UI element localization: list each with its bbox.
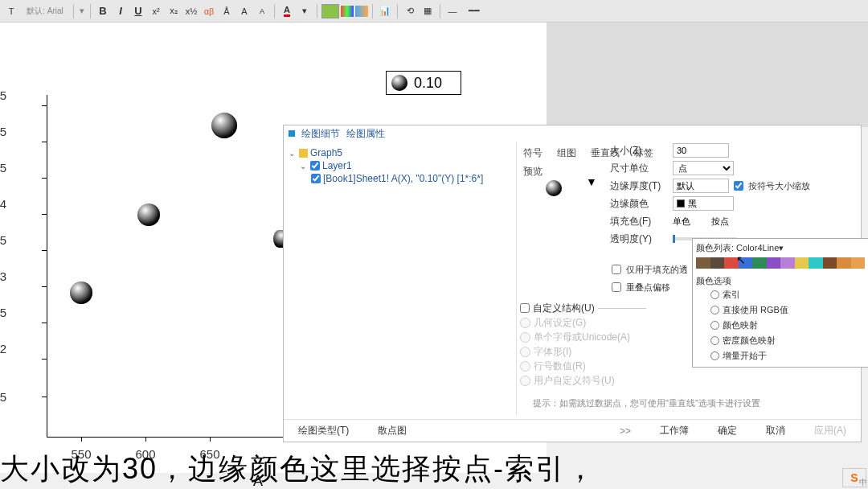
tree-graph-node[interactable]: ⌄ Graph5 xyxy=(289,146,511,159)
supsub-icon[interactable]: x½ xyxy=(183,3,199,19)
cancel-button[interactable]: 取消 xyxy=(766,424,785,438)
text-color-icon[interactable]: A xyxy=(279,3,295,19)
size-down-icon[interactable]: ▾ xyxy=(78,3,86,19)
color-palette[interactable] xyxy=(696,257,865,269)
size-unit-label: 尺寸单位 xyxy=(610,162,668,175)
palette-cell[interactable] xyxy=(767,257,781,269)
edge-thickness-input[interactable] xyxy=(673,179,729,193)
layer-tree[interactable]: ⌄ Graph5 ⌄ Layer1 [Book1]Sheet1! A(X), "… xyxy=(284,142,517,415)
scale-checkbox[interactable] xyxy=(734,181,743,191)
data-point[interactable] xyxy=(70,281,92,304)
color-picker-popup: 颜色列表: Color4Line▾ ↖ 颜色选项 xyxy=(692,238,868,368)
layer-icon[interactable]: ▦ xyxy=(420,3,436,19)
decrease-font-icon[interactable]: A xyxy=(254,3,270,19)
y-tick-label: 0.35 xyxy=(0,233,6,247)
index-radio[interactable] xyxy=(710,290,719,299)
custom-structure-checkbox[interactable] xyxy=(520,303,530,313)
collapse-icon[interactable]: ⌄ xyxy=(289,149,297,158)
chart-legend[interactable]: 0.10 xyxy=(386,71,461,95)
size-input[interactable] xyxy=(673,143,729,158)
chart-background xyxy=(547,23,868,127)
increase-font-icon[interactable]: A xyxy=(236,3,252,19)
font-format-icon[interactable]: Å xyxy=(219,3,235,19)
edge-thickness-label: 边缘厚度(T) xyxy=(610,179,668,193)
edge-color-label: 边缘颜色 xyxy=(610,197,668,211)
ime-logo-icon: S xyxy=(850,471,858,484)
density-radio[interactable] xyxy=(710,336,719,345)
palette-cell[interactable] xyxy=(837,257,851,269)
y-tick-label: 0.45 xyxy=(0,161,6,175)
palette1-icon[interactable] xyxy=(341,6,354,17)
superscript-icon[interactable]: x² xyxy=(148,3,164,19)
line-style-icon[interactable]: ━━ xyxy=(462,3,486,19)
data-point[interactable] xyxy=(137,203,160,226)
color-options-label: 颜色选项 xyxy=(696,275,865,287)
nav-button[interactable]: >> xyxy=(620,425,631,437)
palette-cell[interactable] xyxy=(809,257,823,269)
alpha-icon[interactable]: αβ xyxy=(201,3,217,19)
y-tick-label: 0.5 xyxy=(0,125,6,138)
palette-cell[interactable] xyxy=(795,257,809,269)
color-list-label: 颜色列表: Color4Line▾ xyxy=(696,242,865,254)
user-radio xyxy=(520,376,530,386)
tree-dataset-node[interactable]: [Book1]Sheet1! A(X), "0.10"(Y) [1*:6*] xyxy=(289,172,511,185)
palette-cell[interactable] xyxy=(739,257,753,269)
chart-tool-icon[interactable]: 📊 xyxy=(377,3,393,19)
palette-cell[interactable] xyxy=(696,257,710,269)
preview-symbol xyxy=(546,180,562,196)
apply-fill-checkbox[interactable] xyxy=(612,265,621,274)
tree-label: [Book1]Sheet1! A(X), "0.10"(Y) [1*:6*] xyxy=(323,173,483,184)
plot-type-value[interactable]: 散点图 xyxy=(378,424,407,438)
plot-type-label: 绘图类型(T) xyxy=(298,424,349,438)
overlap-checkbox[interactable] xyxy=(612,282,621,292)
underline-button[interactable]: U xyxy=(130,3,146,19)
palette-cell[interactable] xyxy=(851,257,866,269)
data-point[interactable] xyxy=(211,113,237,138)
tree-layer-node[interactable]: ⌄ Layer1 xyxy=(289,159,511,172)
fill-extra: 按点 xyxy=(711,216,729,228)
dialog-footer: 绘图类型(T) 散点图 >> 工作簿 确定 取消 应用(A) xyxy=(284,419,861,442)
scale-checkbox-label: 按符号大小缩放 xyxy=(748,180,810,192)
top-toolbar: T 默认: Arial ▾ B I U x² x₂ x½ αβ Å A A A … xyxy=(0,0,868,23)
dropdown-icon[interactable]: ▾ xyxy=(779,243,784,253)
palette-cell[interactable] xyxy=(710,257,725,269)
dialog-title-bar: 绘图细节 绘图属性 xyxy=(284,125,861,142)
bold-button[interactable]: B xyxy=(95,3,111,19)
ime-indicator[interactable]: S 中 xyxy=(842,468,866,487)
collapse-icon[interactable]: ⌄ xyxy=(300,162,308,171)
y-tick-label: 0.2 xyxy=(0,342,6,355)
rgb-radio[interactable] xyxy=(710,306,719,314)
plot-details-dialog: 绘图细节 绘图属性 ⌄ Graph5 ⌄ Layer1 [Book1]Sheet… xyxy=(283,125,862,442)
preview-dropdown-icon[interactable]: ▼ xyxy=(586,175,597,188)
workbook-button[interactable]: 工作簿 xyxy=(660,424,689,438)
dataset-checkbox[interactable] xyxy=(311,174,321,183)
shape-radio xyxy=(520,347,530,357)
fill-color-button[interactable] xyxy=(321,4,339,18)
edge-color-select[interactable]: 黑 xyxy=(673,196,734,211)
subscript-icon[interactable]: x₂ xyxy=(166,3,182,19)
hint-text: 提示：如需跳过数据点，您可使用"垂直线"选项卡进行设置 xyxy=(533,397,760,409)
text-tool-icon[interactable]: T xyxy=(3,3,19,19)
palette-cell[interactable] xyxy=(823,257,837,269)
rescale-icon[interactable]: ⟲ xyxy=(402,3,418,19)
line-width-icon[interactable]: — xyxy=(444,3,461,19)
y-tick-label: 0.15 xyxy=(0,390,6,404)
size-unit-select[interactable]: 点 xyxy=(673,161,734,175)
tree-label: Layer1 xyxy=(322,160,352,171)
font-family-display[interactable]: 默认: Arial xyxy=(21,3,69,19)
ok-button[interactable]: 确定 xyxy=(718,424,737,438)
italic-button[interactable]: I xyxy=(113,3,129,19)
colormap-radio[interactable] xyxy=(710,321,719,330)
increment-radio[interactable] xyxy=(710,351,719,360)
layer-checkbox[interactable] xyxy=(310,161,320,171)
legend-marker-icon xyxy=(391,75,407,91)
tree-label: Graph5 xyxy=(310,147,342,158)
tab-symbol[interactable]: 符号 xyxy=(523,146,542,160)
palette-cell[interactable] xyxy=(752,257,767,269)
palette-cell[interactable] xyxy=(724,257,739,269)
highlight-icon[interactable]: ▾ xyxy=(297,3,313,19)
tab-group[interactable]: 组图 xyxy=(557,146,576,160)
palette-cell[interactable] xyxy=(780,257,795,269)
palette2-icon[interactable] xyxy=(355,6,368,17)
y-axis-line xyxy=(47,95,47,437)
